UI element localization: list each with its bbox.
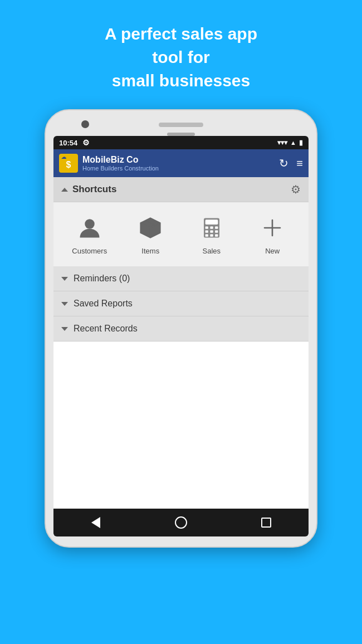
reminders-label: Reminders (0)	[74, 274, 130, 284]
app-bar-right: ↻ ≡	[279, 157, 303, 170]
back-icon	[91, 517, 100, 528]
svg-rect-11	[210, 230, 213, 232]
svg-rect-14	[210, 234, 213, 236]
recent-records-section[interactable]: Recent Records	[53, 316, 309, 341]
reminders-chevron-icon	[61, 277, 68, 281]
app-title-area: MobileBiz Co Home Builders Construction	[82, 155, 159, 172]
svg-point-0	[85, 219, 95, 229]
recents-icon	[261, 518, 271, 528]
svg-rect-7	[205, 226, 208, 228]
shortcuts-title: Shortcuts	[72, 184, 116, 195]
camera	[81, 120, 89, 128]
app-subtitle: Home Builders Construction	[82, 165, 159, 172]
recents-button[interactable]	[252, 514, 280, 531]
saved-reports-chevron-icon	[61, 302, 68, 306]
svg-rect-6	[205, 219, 218, 225]
refresh-icon[interactable]: ↻	[279, 157, 288, 170]
app-bar: ☁ $ MobileBiz Co Home Builders Construct…	[53, 149, 309, 177]
tagline-area: A perfect sales app tool for small busin…	[71, 0, 291, 109]
status-time: 10:54 ⚙	[59, 138, 90, 147]
battery-icon: ▮	[299, 139, 303, 147]
plus-icon	[258, 213, 287, 242]
screen: 10:54 ⚙ ▾▾▾ ▲ ▮ ☁ $ MobileBiz Co Home Bu…	[53, 136, 309, 536]
svg-rect-10	[205, 230, 208, 232]
tagline-text: A perfect sales app tool for small busin…	[71, 0, 291, 109]
status-icons: ▾▾▾ ▲ ▮	[277, 139, 303, 147]
status-bar: 10:54 ⚙ ▾▾▾ ▲ ▮	[53, 136, 309, 149]
bottom-nav	[53, 509, 309, 536]
back-button[interactable]	[82, 514, 110, 531]
shortcuts-header[interactable]: Shortcuts ⚙	[53, 177, 309, 202]
home-icon	[175, 516, 187, 529]
app-logo: ☁ $	[59, 154, 78, 173]
box-icon	[136, 213, 165, 242]
shortcut-customers-label: Customers	[72, 247, 107, 255]
app-name: MobileBiz Co	[82, 155, 159, 165]
svg-rect-13	[205, 234, 208, 236]
svg-rect-15	[215, 234, 218, 236]
phone-frame: 10:54 ⚙ ▾▾▾ ▲ ▮ ☁ $ MobileBiz Co Home Bu…	[45, 109, 317, 548]
recent-records-chevron-icon	[61, 327, 68, 331]
svg-rect-12	[215, 230, 218, 232]
menu-icon[interactable]: ≡	[296, 157, 303, 170]
shortcut-customers[interactable]: Customers	[67, 213, 112, 255]
svg-rect-8	[210, 226, 213, 228]
shortcuts-header-left: Shortcuts	[61, 184, 116, 195]
shortcut-items[interactable]: Items	[128, 213, 173, 255]
saved-reports-label: Saved Reports	[74, 299, 133, 309]
shortcuts-grid: Customers Items	[53, 202, 309, 266]
dollar-icon: $	[66, 160, 71, 170]
app-bar-left: ☁ $ MobileBiz Co Home Builders Construct…	[59, 154, 159, 173]
settings-icon: ⚙	[82, 138, 90, 147]
person-icon	[75, 213, 104, 242]
recent-records-label: Recent Records	[74, 324, 138, 334]
chevron-up-icon	[61, 188, 68, 192]
calculator-icon	[197, 213, 226, 242]
shortcut-sales[interactable]: Sales	[189, 213, 234, 255]
shortcuts-gear-icon[interactable]: ⚙	[291, 183, 301, 196]
speaker	[159, 123, 203, 127]
signal-icon: ▲	[290, 139, 296, 146]
shortcut-new-label: New	[265, 247, 280, 255]
shortcut-sales-label: Sales	[202, 247, 221, 255]
reminders-section[interactable]: Reminders (0)	[53, 266, 309, 291]
shortcut-new[interactable]: New	[250, 213, 295, 255]
content-area	[53, 341, 309, 509]
saved-reports-section[interactable]: Saved Reports	[53, 291, 309, 316]
svg-rect-9	[215, 226, 218, 228]
phone-top	[53, 120, 309, 127]
shortcut-items-label: Items	[141, 247, 159, 255]
home-button[interactable]	[167, 514, 195, 531]
cloud-icon: ☁	[61, 154, 66, 160]
wifi-icon: ▾▾▾	[277, 139, 287, 147]
